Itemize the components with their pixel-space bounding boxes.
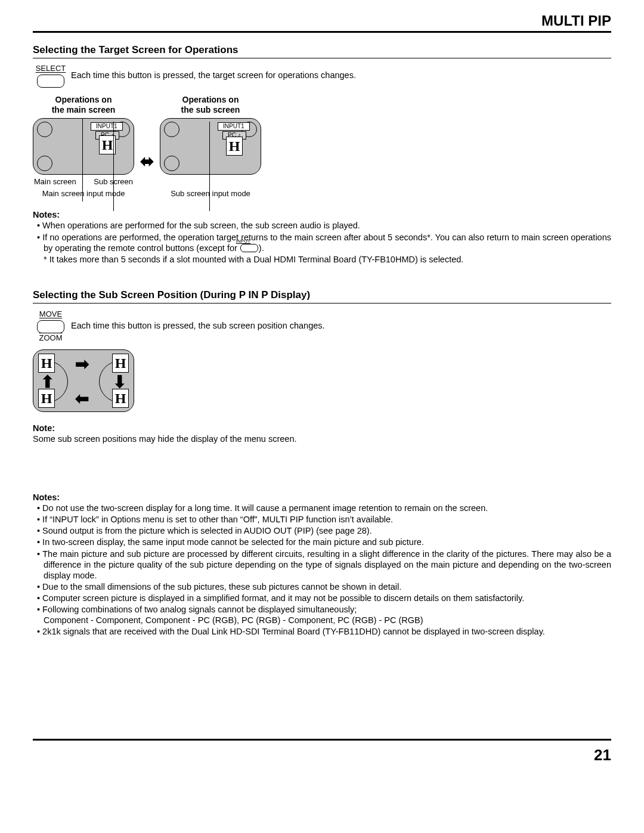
section1-heading: Selecting the Target Screen for Operatio… bbox=[33, 44, 611, 58]
move-desc: Each time this button is pressed, the su… bbox=[71, 320, 325, 331]
s3-note-5: The main picture and sub picture are pro… bbox=[35, 549, 611, 581]
s3-note-6: Due to the small dimensions of the sub p… bbox=[35, 581, 611, 592]
s3-note-1: Do not use the two-screen display for a … bbox=[35, 503, 611, 513]
input-button-icon: INPUT bbox=[240, 244, 258, 252]
select-label: SELECT bbox=[36, 64, 66, 73]
page-number: 21 bbox=[33, 739, 611, 765]
pos-h-tr: H bbox=[112, 354, 129, 373]
caption-main-mode: Main screen input mode bbox=[33, 189, 134, 199]
arrow-right-icon: ➡ bbox=[75, 354, 89, 374]
target-screen-diagram: Operations on the main screen INPUT1 PC♪… bbox=[33, 95, 611, 199]
move-label: MOVE bbox=[39, 309, 62, 319]
move-button-icon bbox=[37, 320, 64, 333]
diag-left-label-l1: Operations on bbox=[55, 95, 112, 104]
move-button-group: MOVE ZOOM bbox=[33, 309, 69, 343]
section1-note-1: When operations are performed for the su… bbox=[35, 220, 611, 231]
sub-h-box: H bbox=[226, 137, 243, 156]
caption-main: Main screen bbox=[33, 177, 78, 187]
section2-note-label: Note: bbox=[33, 423, 55, 433]
s3-note-2: If “INPUT lock” in Options menu is set t… bbox=[35, 514, 611, 525]
section2-note: Some sub screen positions may hide the d… bbox=[33, 434, 297, 444]
select-button-icon bbox=[37, 75, 64, 88]
section1-asterisk-note: * It takes more than 5 seconds if a slot… bbox=[33, 254, 611, 265]
section2-heading: Selecting the Sub Screen Position (Durin… bbox=[33, 289, 611, 304]
sub-screen-illustration: INPUT1 PC♪ H bbox=[160, 118, 261, 175]
section3-notes-list: Do not use the two-screen display for a … bbox=[33, 503, 611, 637]
s3-note-3: Sound output is from the picture which i… bbox=[35, 525, 611, 536]
arrow-down-icon: ⬇ bbox=[113, 371, 126, 392]
section1-notes-list: When operations are performed for the su… bbox=[33, 220, 611, 253]
zoom-label: ZOOM bbox=[39, 333, 63, 343]
double-arrow-icon: ⬌ bbox=[140, 151, 154, 172]
diag-right-label-l2: the sub screen bbox=[181, 105, 240, 114]
page-title: MULTI PIP bbox=[33, 12, 611, 33]
s3-note-4: In two-screen display, the same input mo… bbox=[35, 537, 611, 547]
select-button-group: SELECT bbox=[33, 64, 69, 88]
s3-note-7: Computer screen picture is displayed in … bbox=[35, 593, 611, 603]
main-screen-illustration: INPUT1 PC♪ H bbox=[33, 118, 134, 175]
caption-sub-mode: Sub screen input mode bbox=[160, 189, 261, 199]
section1-note-2: If no operations are performed, the oper… bbox=[35, 232, 611, 253]
select-desc: Each time this button is pressed, the ta… bbox=[71, 70, 356, 80]
diag-right-label-l1: Operations on bbox=[182, 95, 239, 104]
pos-h-tl: H bbox=[38, 354, 55, 373]
section1-notes-label: Notes: bbox=[33, 210, 60, 219]
arrow-up-icon: ⬆ bbox=[41, 371, 54, 392]
diag-left-label-l2: the main screen bbox=[52, 105, 116, 114]
s3-note-9: 2k1k signals that are received with the … bbox=[35, 626, 611, 637]
s3-note-8: Following combinations of two analog sig… bbox=[35, 604, 611, 625]
sub-screen-position-illustration: H H H H ➡ ⬇ ⬅ ⬆ bbox=[33, 349, 134, 412]
sub-input-label: INPUT1 bbox=[218, 122, 250, 131]
section3-notes-label: Notes: bbox=[33, 493, 60, 502]
arrow-left-icon: ⬅ bbox=[75, 388, 89, 409]
main-input-label: INPUT1 bbox=[91, 122, 123, 131]
